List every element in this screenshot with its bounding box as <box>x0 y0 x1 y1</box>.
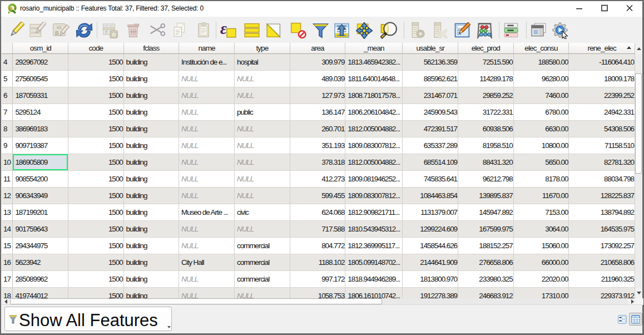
svg-text:ε: ε <box>220 22 227 37</box>
